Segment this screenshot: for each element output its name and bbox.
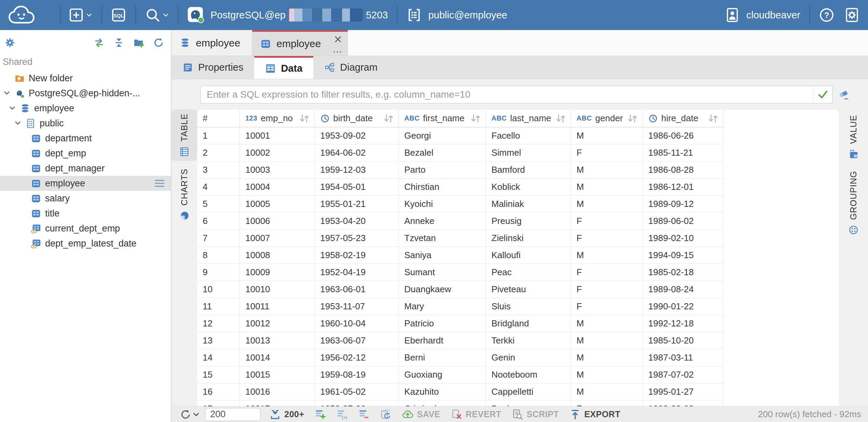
- data-cell[interactable]: 1992-12-18: [643, 315, 723, 332]
- close-icon[interactable]: [334, 35, 342, 43]
- row-number-cell[interactable]: 10: [197, 281, 240, 298]
- data-cell[interactable]: 10011: [240, 298, 315, 315]
- duplicate-row-button[interactable]: (+): [336, 409, 348, 420]
- tree-item[interactable]: public: [0, 116, 171, 131]
- data-cell[interactable]: 1993-08-03: [643, 400, 723, 406]
- data-cell[interactable]: 1964-06-02: [315, 144, 399, 161]
- data-cell[interactable]: 10008: [240, 247, 315, 264]
- link-editor-icon[interactable]: [94, 37, 105, 48]
- sql-editor-button[interactable]: SQL: [111, 7, 126, 23]
- data-cell[interactable]: M: [571, 127, 643, 144]
- data-cell[interactable]: Duangkaew: [399, 281, 486, 298]
- apply-filter-button[interactable]: [813, 86, 832, 103]
- chevron-down-icon[interactable]: [3, 89, 11, 97]
- data-cell[interactable]: Cristinel: [399, 400, 486, 406]
- sort-icon[interactable]: [470, 114, 482, 123]
- tree-item[interactable]: current_dept_emp: [0, 221, 171, 236]
- chevron-down-icon[interactable]: [8, 104, 16, 112]
- data-cell[interactable]: M: [571, 196, 643, 213]
- data-cell[interactable]: 1953-11-07: [315, 298, 399, 315]
- row-header-cell[interactable]: #: [197, 110, 240, 127]
- data-cell[interactable]: 10015: [240, 366, 315, 383]
- view-tab[interactable]: Diagram: [313, 56, 389, 79]
- data-cell[interactable]: 1989-09-12: [643, 196, 723, 213]
- data-cell[interactable]: 1954-05-01: [315, 179, 399, 196]
- data-cell[interactable]: 1986-08-28: [643, 161, 723, 179]
- sql-filter-input[interactable]: [201, 86, 813, 103]
- sort-icon[interactable]: [555, 114, 567, 123]
- data-cell[interactable]: Zielinski: [486, 230, 571, 247]
- data-cell[interactable]: Bridgland: [486, 315, 571, 332]
- data-cell[interactable]: 1953-09-02: [315, 127, 399, 144]
- data-cell[interactable]: M: [571, 179, 643, 196]
- data-cell[interactable]: 10007: [240, 230, 315, 247]
- data-cell[interactable]: F: [571, 400, 643, 406]
- tree-item[interactable]: salary: [0, 191, 171, 206]
- data-cell[interactable]: F: [571, 144, 643, 161]
- data-cell[interactable]: 1989-02-10: [643, 230, 723, 247]
- data-cell[interactable]: 10005: [240, 196, 315, 213]
- data-cell[interactable]: 10013: [240, 332, 315, 349]
- data-cell[interactable]: Anneke: [399, 213, 486, 230]
- data-cell[interactable]: Piveteau: [486, 281, 571, 298]
- data-cell[interactable]: Patricio: [399, 315, 486, 332]
- sort-icon[interactable]: [383, 114, 394, 123]
- data-cell[interactable]: 10001: [240, 127, 315, 144]
- data-cell[interactable]: Guoxiang: [399, 366, 486, 383]
- data-cell[interactable]: F: [571, 213, 643, 230]
- data-cell[interactable]: 1990-01-22: [643, 298, 723, 315]
- data-cell[interactable]: 1959-08-19: [315, 366, 399, 383]
- data-cell[interactable]: M: [571, 315, 643, 332]
- row-number-cell[interactable]: 4: [197, 179, 240, 196]
- data-cell[interactable]: F: [571, 281, 643, 298]
- data-cell[interactable]: 1955-01-21: [315, 196, 399, 213]
- data-cell[interactable]: 10003: [240, 161, 315, 179]
- connection-selector[interactable]: PostgreSQL@ep 5203: [187, 6, 388, 24]
- script-button[interactable]: SCRIPT: [512, 409, 559, 420]
- data-cell[interactable]: 1986-12-01: [643, 179, 723, 196]
- presentation-tab[interactable]: GROUPING: [839, 168, 868, 238]
- data-cell[interactable]: Preusig: [486, 213, 571, 230]
- data-cell[interactable]: 1989-08-24: [643, 281, 723, 298]
- data-cell[interactable]: 10010: [240, 281, 315, 298]
- data-cell[interactable]: 10004: [240, 179, 315, 196]
- row-number-cell[interactable]: 11: [197, 298, 240, 315]
- row-number-cell[interactable]: 1: [197, 127, 240, 144]
- row-number-cell[interactable]: 7: [197, 230, 240, 247]
- data-cell[interactable]: M: [571, 366, 643, 383]
- user-menu[interactable]: cloudbeaver: [724, 7, 800, 23]
- data-cell[interactable]: 1963-06-01: [315, 281, 399, 298]
- tree-item[interactable]: title: [0, 206, 171, 221]
- row-number-cell[interactable]: 3: [197, 161, 240, 179]
- data-cell[interactable]: M: [571, 383, 643, 400]
- data-cell[interactable]: F: [571, 298, 643, 315]
- data-cell[interactable]: Chirstian: [399, 179, 486, 196]
- schema-selector[interactable]: public@employee: [406, 7, 507, 23]
- tree-item[interactable]: dept_emp: [0, 146, 171, 161]
- data-cell[interactable]: Terkki: [486, 332, 571, 349]
- sort-icon[interactable]: [299, 114, 310, 123]
- data-cell[interactable]: Sumant: [399, 264, 486, 281]
- data-cell[interactable]: Nooteboom: [486, 366, 571, 383]
- row-number-cell[interactable]: 8: [197, 247, 240, 264]
- data-cell[interactable]: 1963-06-07: [315, 332, 399, 349]
- save-button[interactable]: SAVE: [402, 409, 440, 420]
- data-cell[interactable]: 1995-01-27: [643, 383, 723, 400]
- editor-tab[interactable]: employee: [252, 30, 348, 56]
- data-cell[interactable]: 1958-07-06: [315, 400, 399, 406]
- tree-item[interactable]: PostgreSQL@ep-hidden-...: [0, 86, 171, 101]
- data-cell[interactable]: Bouloucos: [486, 400, 571, 406]
- row-number-cell[interactable]: 16: [197, 383, 240, 400]
- column-header[interactable]: ABC gender: [571, 110, 643, 127]
- export-button[interactable]: EXPORT: [569, 409, 621, 420]
- column-header[interactable]: ABC last_name: [486, 110, 571, 127]
- row-number-cell[interactable]: 9: [197, 264, 240, 281]
- row-number-cell[interactable]: 14: [197, 349, 240, 366]
- row-number-cell[interactable]: 6: [197, 213, 240, 230]
- data-cell[interactable]: M: [571, 161, 643, 179]
- presentation-tab[interactable]: VALUE: [839, 112, 868, 162]
- delete-row-button[interactable]: [358, 409, 370, 420]
- data-cell[interactable]: Kalloufi: [486, 247, 571, 264]
- data-cell[interactable]: 1986-06-26: [643, 127, 723, 144]
- navigator-settings-icon[interactable]: [5, 38, 15, 48]
